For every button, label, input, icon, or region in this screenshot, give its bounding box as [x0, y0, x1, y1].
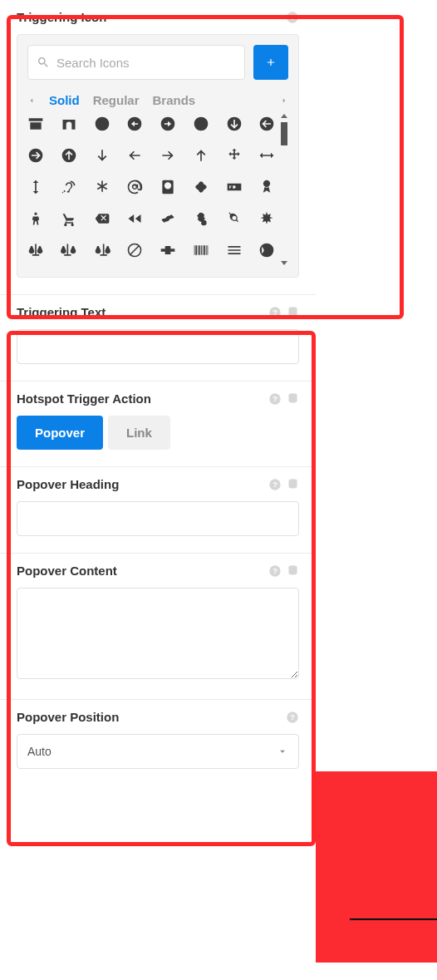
section-triggering-text: Triggering Text ?	[0, 295, 316, 382]
plus-icon	[265, 57, 277, 68]
balance-scale-icon[interactable]	[27, 242, 44, 259]
search-icons-field	[27, 45, 245, 80]
icon-picker: Solid Regular Brands	[17, 34, 299, 278]
help-icon[interactable]: ?	[268, 564, 282, 578]
band-aid-icon[interactable]	[160, 242, 176, 259]
svg-text:?: ?	[273, 567, 277, 575]
help-icon[interactable]: ?	[286, 11, 299, 24]
svg-text:?: ?	[273, 308, 277, 317]
section-header: Triggering Icon ?	[17, 10, 299, 24]
red-block	[316, 771, 437, 963]
arrow-alt-circle-up-icon[interactable]	[193, 116, 209, 132]
icon-scrollbar[interactable]	[280, 112, 288, 267]
help-icon[interactable]: ?	[286, 711, 299, 724]
backspace-icon[interactable]	[94, 210, 110, 227]
arrow-circle-up-icon[interactable]	[61, 147, 77, 164]
section-triggering-icon: Triggering Icon ? Solid Regular Brands	[0, 0, 316, 295]
arrow-up-icon[interactable]	[193, 147, 209, 164]
audio-description-icon[interactable]	[226, 179, 243, 195]
triggering-text-input[interactable]	[17, 329, 299, 364]
section-title: Triggering Text	[17, 305, 106, 319]
scroll-up-icon[interactable]	[280, 112, 288, 121]
settings-panel: Triggering Icon ? Solid Regular Brands	[0, 0, 316, 785]
balance-scale-left-icon[interactable]	[61, 242, 77, 259]
barcode-icon[interactable]	[193, 242, 209, 259]
arrow-circle-down-icon[interactable]	[226, 116, 243, 132]
icon-grid	[27, 112, 288, 259]
baby-icon[interactable]	[27, 210, 44, 227]
chevron-down-icon	[277, 746, 288, 757]
popover-button[interactable]: Popover	[17, 416, 103, 450]
section-popover-content: Popover Content ?	[0, 554, 316, 700]
scroll-thumb[interactable]	[281, 122, 287, 145]
arrow-circle-right-icon[interactable]	[27, 147, 44, 164]
popover-heading-input[interactable]	[17, 501, 299, 536]
bahai-icon[interactable]	[258, 210, 275, 227]
arrow-circle-left-icon[interactable]	[258, 116, 275, 132]
bacteria-icon[interactable]	[193, 210, 209, 227]
svg-text:?: ?	[290, 13, 295, 22]
arrows-alt-h-icon[interactable]	[258, 147, 275, 164]
at-icon[interactable]	[126, 179, 143, 195]
select-value: Auto	[27, 745, 52, 758]
arrows-alt-v-icon[interactable]	[27, 179, 44, 195]
svg-text:?: ?	[290, 713, 295, 721]
baby-carriage-icon[interactable]	[61, 210, 77, 227]
divider-line	[350, 918, 437, 920]
section-title: Triggering Icon	[17, 10, 106, 24]
arrow-alt-circle-down-icon[interactable]	[94, 116, 110, 132]
popover-position-select[interactable]: Auto	[17, 734, 299, 769]
section-title: Popover Heading	[17, 477, 119, 491]
scroll-down-icon[interactable]	[280, 259, 288, 267]
archway-icon[interactable]	[61, 116, 77, 132]
arrow-left-icon[interactable]	[126, 147, 143, 164]
award-icon[interactable]	[258, 179, 275, 195]
section-title: Popover Position	[17, 710, 119, 724]
chevron-left-icon[interactable]	[27, 95, 36, 106]
search-input[interactable]	[56, 56, 236, 70]
arrow-alt-circle-right-icon[interactable]	[160, 116, 176, 132]
section-popover-heading: Popover Heading ?	[0, 467, 316, 554]
bars-icon[interactable]	[226, 242, 243, 259]
balance-scale-right-icon[interactable]	[94, 242, 110, 259]
section-hotspot-trigger: Hotspot Trigger Action ? Popover Link	[0, 382, 316, 467]
link-button[interactable]: Link	[108, 416, 170, 450]
icon-style-tabs: Solid Regular Brands	[27, 88, 288, 112]
help-icon[interactable]: ?	[268, 392, 282, 406]
section-title: Hotspot Trigger Action	[17, 392, 151, 406]
dynamic-content-icon[interactable]	[287, 305, 299, 319]
archive-icon[interactable]	[27, 116, 44, 132]
baseball-ball-icon[interactable]	[258, 242, 275, 259]
atlas-icon[interactable]	[160, 179, 176, 195]
backward-icon[interactable]	[126, 210, 143, 227]
ban-icon[interactable]	[126, 242, 143, 259]
dynamic-content-icon[interactable]	[287, 477, 299, 491]
help-icon[interactable]: ?	[268, 478, 282, 491]
popover-content-textarea[interactable]	[17, 588, 299, 679]
atom-icon[interactable]	[193, 179, 209, 195]
arrow-down-icon[interactable]	[94, 147, 110, 164]
chevron-right-icon[interactable]	[280, 95, 288, 106]
bacterium-icon[interactable]	[226, 210, 243, 227]
arrows-alt-icon[interactable]	[226, 147, 243, 164]
arrow-right-icon[interactable]	[160, 147, 176, 164]
svg-text:?: ?	[273, 480, 277, 489]
section-title: Popover Content	[17, 564, 117, 578]
assistive-listening-icon[interactable]	[61, 179, 77, 195]
tab-brands[interactable]: Brands	[153, 93, 196, 107]
search-icon	[37, 56, 50, 69]
asterisk-icon[interactable]	[94, 179, 110, 195]
tab-regular[interactable]: Regular	[93, 93, 140, 107]
svg-text:?: ?	[273, 395, 277, 403]
help-icon[interactable]: ?	[268, 306, 282, 319]
add-icon-button[interactable]	[253, 45, 288, 80]
trigger-action-group: Popover Link	[17, 416, 299, 450]
section-popover-position: Popover Position ? Auto	[0, 700, 316, 785]
arrow-alt-circle-left-icon[interactable]	[126, 116, 143, 132]
tab-solid[interactable]: Solid	[49, 93, 80, 107]
dynamic-content-icon[interactable]	[287, 564, 299, 578]
dynamic-content-icon[interactable]	[287, 392, 299, 406]
bacon-icon[interactable]	[160, 210, 176, 227]
